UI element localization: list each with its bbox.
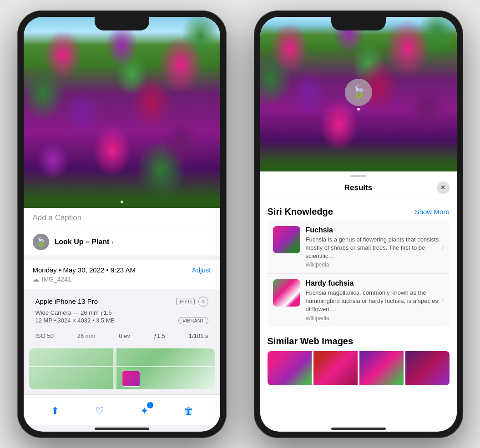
trash-button[interactable]: 🗑 <box>179 401 199 421</box>
left-notch <box>95 17 149 30</box>
siri-knowledge-title: Siri Knowledge <box>268 206 333 217</box>
fuchsia-name: Fuchsia <box>306 226 444 234</box>
results-header: Results ✕ <box>260 177 457 200</box>
left-screen: Add a Caption 🍃 Look Up – Plant › Monday… <box>24 17 220 432</box>
share-icon: ⬆ <box>51 405 59 417</box>
flower-image-left <box>24 17 220 208</box>
left-phone: Add a Caption 🍃 Look Up – Plant › Monday… <box>17 10 227 438</box>
meta-filename: ☁ IMG_4241 <box>33 276 211 283</box>
close-button[interactable]: ✕ <box>437 181 450 194</box>
toolbar: ⬆ ♡ ✦ i 🗑 <box>24 394 220 425</box>
siri-leaf-icon: 🍃 <box>351 85 366 99</box>
web-image-3[interactable] <box>359 351 404 385</box>
info-icon: ✦ <box>140 405 148 417</box>
web-images-grid <box>268 351 450 385</box>
knowledge-item-fuchsia[interactable]: Fuchsia Fuchsia is a genus of flowering … <box>268 221 450 274</box>
exif-focal: 26 mm <box>77 332 96 339</box>
exif-shutter: 1/181 s <box>189 332 208 339</box>
map-thumbnail <box>122 371 140 387</box>
vibrant-badge: VIBRANT <box>178 317 208 324</box>
web-image-4[interactable] <box>405 351 450 385</box>
right-notch <box>331 17 386 30</box>
meta-section: Monday • May 30, 2022 • 9:23 AM Adjust ☁… <box>24 260 220 289</box>
lookup-text: Look Up – Plant › <box>55 238 114 246</box>
knowledge-item-hardy[interactable]: Hardy fuchsia Fuchsia magellanica, commo… <box>268 274 450 327</box>
filename-text: IMG_4241 <box>42 276 71 283</box>
cloud-icon: ☁ <box>33 276 39 283</box>
fuchsia-chevron: › <box>442 243 444 251</box>
web-images-section: Similar Web Images <box>260 331 457 385</box>
page-dot <box>121 201 123 203</box>
web-image-1[interactable] <box>268 351 312 385</box>
results-title: Results <box>280 183 437 192</box>
knowledge-thumb-hardy <box>273 279 300 307</box>
caption-section[interactable]: Add a Caption <box>24 208 220 228</box>
results-panel: Results ✕ Siri Knowledge Show More Fuchs… <box>260 171 457 425</box>
hardy-name: Hardy fuchsia <box>306 279 444 287</box>
knowledge-card: Fuchsia Fuchsia is a genus of flowering … <box>268 221 450 327</box>
map-area[interactable] <box>29 348 215 389</box>
heart-icon: ♡ <box>95 405 104 417</box>
camera-details: Wide Camera — 26 mm ƒ1.5 <box>35 309 208 316</box>
siri-dot <box>357 108 360 111</box>
info-badge: i <box>147 402 153 408</box>
device-section: Apple iPhone 13 Pro JPEG ⊙ Wide Camera —… <box>29 292 215 329</box>
adjust-button[interactable]: Adjust <box>192 266 211 274</box>
home-bar-left <box>95 428 149 430</box>
siri-overlay: 🍃 <box>345 79 372 106</box>
share-button[interactable]: ⬆ <box>45 401 65 421</box>
like-button[interactable]: ♡ <box>90 401 110 421</box>
web-image-2[interactable] <box>313 351 358 385</box>
web-images-title: Similar Web Images <box>268 331 450 351</box>
jpeg-badge: JPEG <box>176 298 195 305</box>
lookup-icon: 🍃 <box>33 234 49 250</box>
location-badge[interactable]: ⊙ <box>198 297 208 307</box>
right-screen: 🍃 Results ✕ Siri Knowledge Show More <box>260 17 457 432</box>
right-photo-area[interactable]: 🍃 <box>260 17 457 171</box>
lookup-chevron: › <box>111 238 114 246</box>
siri-knowledge-header: Siri Knowledge Show More <box>260 200 457 221</box>
fuchsia-source: Wikipedia <box>306 262 444 268</box>
device-name: Apple iPhone 13 Pro <box>35 297 98 305</box>
exif-row: ISO 50 26 mm 0 ev ƒ1.5 1/181 s <box>29 329 215 343</box>
hardy-desc: Fuchsia magellanica, commonly known as t… <box>306 289 444 314</box>
exif-aperture: ƒ1.5 <box>154 332 165 339</box>
exif-iso: ISO 50 <box>35 332 54 339</box>
lookup-row[interactable]: 🍃 Look Up – Plant › <box>24 228 220 256</box>
knowledge-thumb-fuchsia <box>273 226 300 253</box>
exif-ev: 0 ev <box>119 332 130 339</box>
specs-text: 12 MP • 3024 × 4032 • 3.5 MB <box>35 317 115 324</box>
knowledge-content-fuchsia: Fuchsia Fuchsia is a genus of flowering … <box>306 226 444 268</box>
knowledge-content-hardy: Hardy fuchsia Fuchsia magellanica, commo… <box>306 279 444 322</box>
fuchsia-desc: Fuchsia is a genus of flowering plants t… <box>306 236 444 261</box>
left-photo-area[interactable] <box>24 17 220 208</box>
show-more-button[interactable]: Show More <box>415 208 450 216</box>
hardy-source: Wikipedia <box>306 315 444 322</box>
caption-placeholder[interactable]: Add a Caption <box>33 213 82 222</box>
home-bar-right <box>331 428 386 430</box>
device-badges: JPEG ⊙ <box>176 297 208 307</box>
info-button[interactable]: ✦ i <box>134 401 154 421</box>
trash-icon: 🗑 <box>184 405 194 417</box>
right-phone: 🍃 Results ✕ Siri Knowledge Show More <box>254 10 463 438</box>
hardy-chevron: › <box>442 297 444 304</box>
meta-date: Monday • May 30, 2022 • 9:23 AM <box>33 266 136 274</box>
